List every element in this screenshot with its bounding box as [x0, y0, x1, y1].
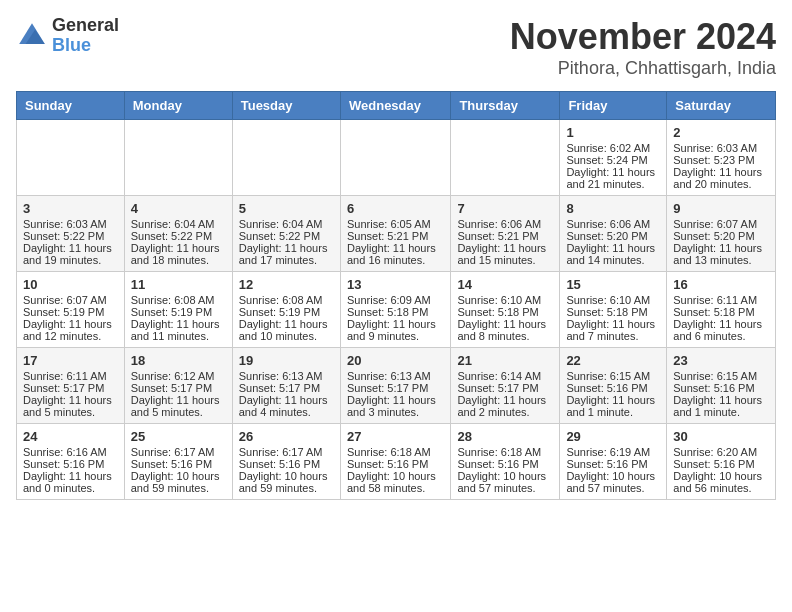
logo: General Blue — [16, 16, 119, 56]
calendar-cell: 23Sunrise: 6:15 AMSunset: 5:16 PMDayligh… — [667, 348, 776, 424]
day-number: 12 — [239, 277, 334, 292]
day-number: 2 — [673, 125, 769, 140]
day-number: 24 — [23, 429, 118, 444]
calendar-cell — [124, 120, 232, 196]
day-info: Sunset: 5:16 PM — [239, 458, 334, 470]
day-info: Daylight: 10 hours and 56 minutes. — [673, 470, 769, 494]
calendar-cell: 22Sunrise: 6:15 AMSunset: 5:16 PMDayligh… — [560, 348, 667, 424]
day-info: Sunrise: 6:13 AM — [347, 370, 444, 382]
day-info: Daylight: 11 hours and 10 minutes. — [239, 318, 334, 342]
day-info: Daylight: 11 hours and 6 minutes. — [673, 318, 769, 342]
logo-icon — [16, 20, 48, 52]
calendar-cell: 8Sunrise: 6:06 AMSunset: 5:20 PMDaylight… — [560, 196, 667, 272]
calendar-cell: 18Sunrise: 6:12 AMSunset: 5:17 PMDayligh… — [124, 348, 232, 424]
calendar-cell: 24Sunrise: 6:16 AMSunset: 5:16 PMDayligh… — [17, 424, 125, 500]
day-info: Sunrise: 6:07 AM — [23, 294, 118, 306]
calendar-cell — [340, 120, 450, 196]
day-info: Sunset: 5:21 PM — [347, 230, 444, 242]
day-info: Daylight: 10 hours and 57 minutes. — [566, 470, 660, 494]
weekday-header-wednesday: Wednesday — [340, 92, 450, 120]
day-info: Sunset: 5:18 PM — [457, 306, 553, 318]
day-info: Sunset: 5:17 PM — [347, 382, 444, 394]
day-info: Sunrise: 6:17 AM — [239, 446, 334, 458]
day-info: Sunset: 5:16 PM — [23, 458, 118, 470]
day-number: 13 — [347, 277, 444, 292]
weekday-header-tuesday: Tuesday — [232, 92, 340, 120]
weekday-header-friday: Friday — [560, 92, 667, 120]
day-info: Daylight: 11 hours and 21 minutes. — [566, 166, 660, 190]
day-number: 19 — [239, 353, 334, 368]
day-info: Sunset: 5:16 PM — [673, 458, 769, 470]
day-info: Sunset: 5:22 PM — [131, 230, 226, 242]
day-info: Sunrise: 6:18 AM — [347, 446, 444, 458]
calendar-cell: 26Sunrise: 6:17 AMSunset: 5:16 PMDayligh… — [232, 424, 340, 500]
calendar-cell: 14Sunrise: 6:10 AMSunset: 5:18 PMDayligh… — [451, 272, 560, 348]
day-info: Daylight: 11 hours and 19 minutes. — [23, 242, 118, 266]
day-number: 30 — [673, 429, 769, 444]
calendar-cell: 28Sunrise: 6:18 AMSunset: 5:16 PMDayligh… — [451, 424, 560, 500]
day-number: 6 — [347, 201, 444, 216]
day-info: Daylight: 11 hours and 13 minutes. — [673, 242, 769, 266]
day-info: Daylight: 10 hours and 59 minutes. — [131, 470, 226, 494]
day-number: 16 — [673, 277, 769, 292]
day-info: Daylight: 10 hours and 58 minutes. — [347, 470, 444, 494]
day-number: 27 — [347, 429, 444, 444]
weekday-header-thursday: Thursday — [451, 92, 560, 120]
calendar-cell: 1Sunrise: 6:02 AMSunset: 5:24 PMDaylight… — [560, 120, 667, 196]
day-number: 21 — [457, 353, 553, 368]
day-info: Daylight: 11 hours and 11 minutes. — [131, 318, 226, 342]
day-number: 28 — [457, 429, 553, 444]
calendar-cell: 17Sunrise: 6:11 AMSunset: 5:17 PMDayligh… — [17, 348, 125, 424]
day-number: 14 — [457, 277, 553, 292]
calendar-cell: 30Sunrise: 6:20 AMSunset: 5:16 PMDayligh… — [667, 424, 776, 500]
calendar-week-1: 1Sunrise: 6:02 AMSunset: 5:24 PMDaylight… — [17, 120, 776, 196]
month-title: November 2024 — [510, 16, 776, 58]
day-info: Sunrise: 6:06 AM — [457, 218, 553, 230]
calendar-cell: 15Sunrise: 6:10 AMSunset: 5:18 PMDayligh… — [560, 272, 667, 348]
day-info: Sunrise: 6:20 AM — [673, 446, 769, 458]
logo-text: General Blue — [52, 16, 119, 56]
day-info: Sunrise: 6:08 AM — [131, 294, 226, 306]
day-info: Daylight: 11 hours and 3 minutes. — [347, 394, 444, 418]
day-info: Sunset: 5:19 PM — [239, 306, 334, 318]
day-info: Sunrise: 6:12 AM — [131, 370, 226, 382]
day-info: Sunrise: 6:03 AM — [23, 218, 118, 230]
day-info: Daylight: 11 hours and 1 minute. — [673, 394, 769, 418]
day-number: 15 — [566, 277, 660, 292]
calendar-cell — [451, 120, 560, 196]
day-info: Daylight: 11 hours and 2 minutes. — [457, 394, 553, 418]
day-number: 7 — [457, 201, 553, 216]
day-info: Sunrise: 6:03 AM — [673, 142, 769, 154]
day-number: 25 — [131, 429, 226, 444]
day-number: 4 — [131, 201, 226, 216]
title-block: November 2024 Pithora, Chhattisgarh, Ind… — [510, 16, 776, 79]
calendar-week-4: 17Sunrise: 6:11 AMSunset: 5:17 PMDayligh… — [17, 348, 776, 424]
day-number: 9 — [673, 201, 769, 216]
day-number: 10 — [23, 277, 118, 292]
calendar-cell: 3Sunrise: 6:03 AMSunset: 5:22 PMDaylight… — [17, 196, 125, 272]
day-info: Daylight: 11 hours and 1 minute. — [566, 394, 660, 418]
calendar-cell: 5Sunrise: 6:04 AMSunset: 5:22 PMDaylight… — [232, 196, 340, 272]
day-info: Sunset: 5:16 PM — [347, 458, 444, 470]
day-number: 29 — [566, 429, 660, 444]
day-info: Sunrise: 6:04 AM — [131, 218, 226, 230]
day-number: 1 — [566, 125, 660, 140]
day-info: Sunrise: 6:11 AM — [673, 294, 769, 306]
day-info: Daylight: 11 hours and 12 minutes. — [23, 318, 118, 342]
day-info: Daylight: 11 hours and 7 minutes. — [566, 318, 660, 342]
calendar-cell: 9Sunrise: 6:07 AMSunset: 5:20 PMDaylight… — [667, 196, 776, 272]
day-info: Sunrise: 6:04 AM — [239, 218, 334, 230]
calendar-cell: 16Sunrise: 6:11 AMSunset: 5:18 PMDayligh… — [667, 272, 776, 348]
day-info: Daylight: 11 hours and 8 minutes. — [457, 318, 553, 342]
calendar-header-row: SundayMondayTuesdayWednesdayThursdayFrid… — [17, 92, 776, 120]
day-info: Sunset: 5:16 PM — [566, 458, 660, 470]
day-number: 23 — [673, 353, 769, 368]
day-info: Sunset: 5:20 PM — [566, 230, 660, 242]
day-info: Sunrise: 6:19 AM — [566, 446, 660, 458]
day-info: Sunset: 5:17 PM — [239, 382, 334, 394]
weekday-header-saturday: Saturday — [667, 92, 776, 120]
day-info: Sunset: 5:19 PM — [131, 306, 226, 318]
day-info: Sunrise: 6:15 AM — [566, 370, 660, 382]
day-info: Sunset: 5:22 PM — [239, 230, 334, 242]
calendar-cell: 27Sunrise: 6:18 AMSunset: 5:16 PMDayligh… — [340, 424, 450, 500]
